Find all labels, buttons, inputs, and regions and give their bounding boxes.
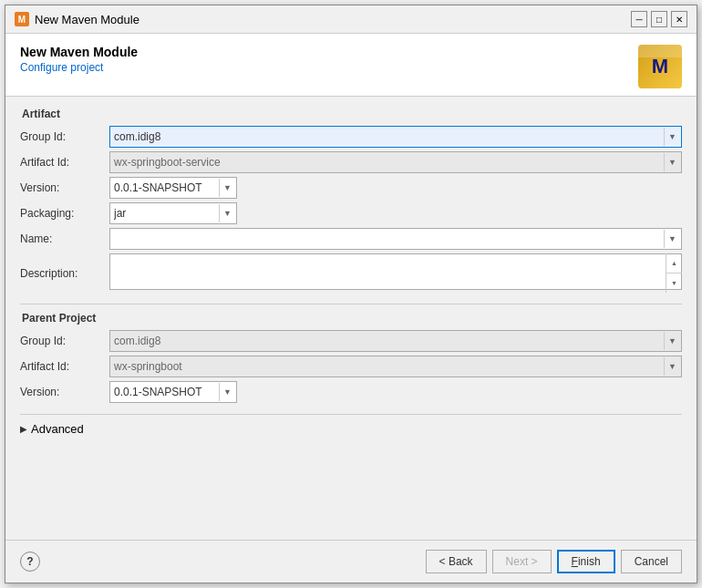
- parent-artifact-id-arrow[interactable]: ▼: [664, 357, 680, 376]
- finish-button[interactable]: Finish: [557, 550, 615, 573]
- parent-artifact-id-wrapper: ▼: [109, 356, 682, 377]
- group-id-label: Group Id:: [20, 130, 102, 143]
- parent-version-select-wrapper: 0.0.1-SNAPSHOT ▼: [109, 381, 237, 403]
- parent-version-label: Version:: [20, 386, 102, 398]
- title-bar: M New Maven Module ─ □ ✕: [5, 5, 697, 34]
- finish-underline: F: [572, 555, 578, 568]
- advanced-arrow-icon: ▶: [20, 424, 27, 434]
- description-input[interactable]: [109, 253, 682, 290]
- title-bar-controls: ─ □ ✕: [631, 11, 687, 27]
- parent-version-row: 0.0.1-SNAPSHOT ▼: [109, 381, 682, 403]
- section-divider-2: [20, 414, 682, 415]
- packaging-label: Packaging:: [20, 207, 102, 220]
- advanced-label: Advanced: [31, 422, 84, 436]
- group-id-wrapper: ▼: [109, 126, 682, 148]
- parent-project-form: Group Id: ▼ Artifact Id: ▼ Version: 0.0: [20, 330, 682, 403]
- artifact-id-input[interactable]: [109, 151, 682, 173]
- maximize-button[interactable]: □: [651, 11, 667, 27]
- artifact-id-label: Artifact Id:: [20, 156, 102, 169]
- cancel-button[interactable]: Cancel: [621, 550, 682, 573]
- version-select[interactable]: 0.0.1-SNAPSHOT: [109, 177, 237, 199]
- parent-project-section-title: Parent Project: [20, 312, 682, 325]
- parent-artifact-id-input[interactable]: [109, 356, 682, 377]
- parent-version-select[interactable]: 0.0.1-SNAPSHOT: [109, 381, 237, 403]
- artifact-section: Artifact Group Id: ▼ Artifact Id: ▼ Vers…: [20, 108, 682, 293]
- dialog-title: New Maven Module: [35, 13, 139, 26]
- maven-title-icon: M: [15, 12, 29, 26]
- artifact-form: Group Id: ▼ Artifact Id: ▼ Version: 0.0: [20, 126, 682, 293]
- artifact-id-wrapper: ▼: [109, 151, 682, 173]
- packaging-select-wrapper: jar ▼: [109, 202, 237, 224]
- footer-left: ?: [20, 552, 40, 572]
- version-select-wrapper: 0.0.1-SNAPSHOT ▼: [109, 177, 237, 199]
- parent-group-id-label: Group Id:: [20, 335, 102, 347]
- dialog-header: New Maven Module Configure project M: [5, 34, 697, 97]
- parent-group-id-arrow[interactable]: ▼: [664, 332, 680, 350]
- back-button[interactable]: < Back: [426, 550, 487, 573]
- group-id-dropdown-arrow[interactable]: ▼: [664, 128, 680, 146]
- minimize-button[interactable]: ─: [631, 11, 647, 27]
- maven-logo: M: [638, 45, 682, 88]
- artifact-section-title: Artifact: [20, 108, 682, 120]
- group-id-input[interactable]: [109, 126, 682, 148]
- footer-right: < Back Next > Finish Cancel: [426, 550, 682, 573]
- dialog-footer: ? < Back Next > Finish Cancel: [5, 540, 697, 583]
- description-label: Description:: [20, 267, 102, 280]
- dialog: M New Maven Module ─ □ ✕ New Maven Modul…: [5, 5, 697, 583]
- description-spinner-up[interactable]: ▲: [666, 253, 682, 273]
- dialog-header-text: New Maven Module Configure project: [20, 45, 138, 74]
- dialog-content: Artifact Group Id: ▼ Artifact Id: ▼ Vers…: [5, 97, 697, 540]
- description-spinner-down[interactable]: ▼: [666, 273, 682, 293]
- next-button[interactable]: Next >: [492, 550, 552, 573]
- parent-group-id-wrapper: ▼: [109, 330, 682, 352]
- artifact-id-dropdown-arrow[interactable]: ▼: [664, 153, 680, 171]
- description-spinner: ▲ ▼: [666, 253, 682, 293]
- dialog-subtitle: Configure project: [20, 61, 138, 74]
- packaging-row: jar ▼: [109, 202, 682, 224]
- close-button[interactable]: ✕: [671, 11, 687, 27]
- finish-label-rest: inish: [578, 555, 601, 568]
- dialog-main-title: New Maven Module: [20, 45, 138, 59]
- title-bar-left: M New Maven Module: [15, 12, 139, 26]
- parent-artifact-id-label: Artifact Id:: [20, 360, 102, 373]
- parent-project-section: Parent Project Group Id: ▼ Artifact Id: …: [20, 312, 682, 403]
- name-input[interactable]: [109, 228, 682, 250]
- version-label: Version:: [20, 181, 102, 194]
- help-button[interactable]: ?: [20, 552, 40, 572]
- advanced-row[interactable]: ▶ Advanced: [20, 422, 682, 436]
- packaging-select[interactable]: jar: [109, 202, 237, 224]
- section-divider: [20, 304, 682, 304]
- description-wrapper: ▲ ▼: [109, 253, 682, 293]
- name-wrapper: ▼: [109, 228, 682, 250]
- version-row: 0.0.1-SNAPSHOT ▼: [109, 177, 682, 199]
- name-dropdown-arrow[interactable]: ▼: [664, 230, 680, 248]
- name-label: Name:: [20, 232, 102, 245]
- parent-group-id-input[interactable]: [109, 330, 682, 352]
